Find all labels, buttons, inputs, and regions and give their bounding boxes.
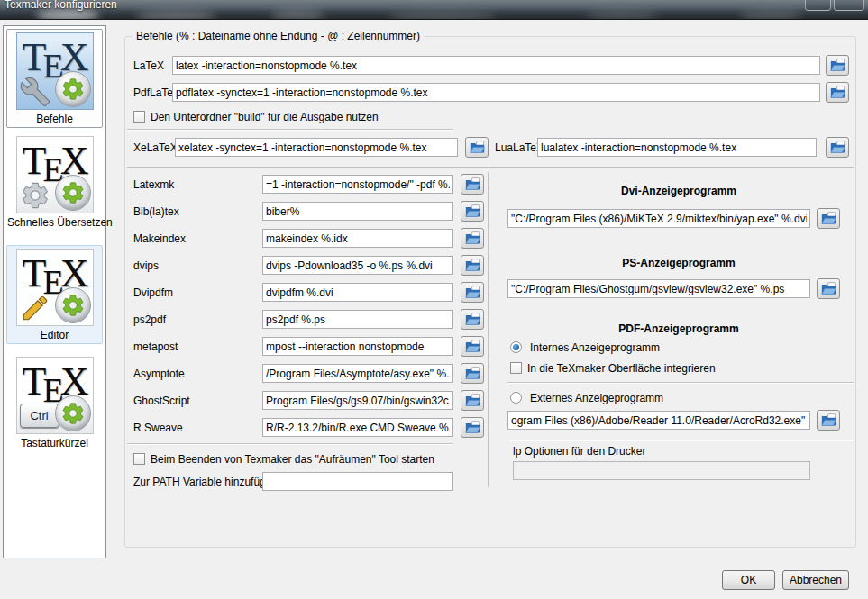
ps2pdf-input[interactable]	[262, 310, 453, 329]
folder-open-icon	[821, 212, 836, 225]
latexmk-label: Latexmk	[133, 178, 174, 191]
schnelles-tex-icon: TEX	[16, 136, 94, 213]
pencil-icon	[20, 293, 50, 323]
dvipdfm-browse-button[interactable]	[461, 282, 484, 303]
folder-open-icon	[465, 421, 480, 434]
dvipdfm-input[interactable]	[262, 283, 453, 302]
rsweave-browse-button[interactable]	[461, 417, 484, 438]
befehle-tex-icon: TEX	[16, 32, 94, 110]
internal-viewer-radio[interactable]	[510, 341, 522, 353]
separator	[488, 172, 489, 487]
ok-button[interactable]: OK	[722, 570, 775, 590]
lp-options-label: lp Optionen für den Drucker	[513, 445, 645, 458]
embed-viewer-label: In die TeXmaker Oberfläche integrieren	[527, 362, 716, 375]
ps2pdf-browse-button[interactable]	[461, 309, 484, 330]
editor-tex-icon: TEX	[16, 249, 94, 326]
titlebar[interactable]: Texmaker konfigurieren	[0, 0, 868, 20]
lualatex-label: LuaLaTeX	[495, 141, 544, 154]
help-button[interactable]	[805, 0, 831, 11]
ps2pdf-label: ps2pdf	[133, 313, 166, 326]
xelatex-browse-button[interactable]	[465, 137, 489, 158]
folder-open-icon	[465, 340, 480, 353]
rsweave-input[interactable]	[262, 418, 453, 437]
sidebar-item-label: Tastaturkürzel	[7, 437, 102, 449]
path-variable-input[interactable]	[262, 472, 453, 491]
ps-viewer-browse-button[interactable]	[817, 278, 840, 299]
latexmk-browse-button[interactable]	[461, 174, 484, 195]
makeindex-label: Makeindex	[133, 232, 186, 245]
latex-browse-button[interactable]	[826, 55, 849, 76]
sidebar-item-schnelles-uebersetzen[interactable]: TEX Schnelles Übersetzen	[6, 132, 103, 231]
makeindex-browse-button[interactable]	[461, 228, 484, 249]
folder-open-icon	[465, 177, 480, 191]
embed-viewer-checkbox[interactable]	[510, 362, 522, 374]
glass-reflection	[388, 12, 496, 20]
dvi-viewer-browse-button[interactable]	[817, 208, 840, 229]
cancel-button[interactable]: Abbrechen	[782, 570, 849, 590]
folder-open-icon	[821, 282, 836, 295]
dvips-input[interactable]	[262, 256, 453, 275]
close-button[interactable]	[834, 0, 864, 11]
pdflatex-input[interactable]	[172, 83, 820, 102]
metapost-label: metapost	[133, 340, 178, 353]
internal-viewer-label: Internes Anzeigeprogramm	[530, 341, 660, 354]
latexmk-input[interactable]	[262, 175, 453, 194]
external-viewer-input[interactable]	[507, 411, 810, 430]
folder-open-icon	[830, 141, 845, 154]
sidebar-item-editor[interactable]: TEX Editor	[6, 245, 103, 344]
cleanup-on-exit-label: Beim Beenden von Texmaker das "Aufräumen…	[151, 453, 434, 466]
green-gear-icon	[55, 287, 91, 323]
folder-open-icon	[465, 259, 480, 272]
ghostscript-browse-button[interactable]	[461, 390, 484, 411]
asymptote-label: Asymptote	[133, 368, 185, 380]
latex-input[interactable]	[172, 56, 820, 75]
folder-open-icon	[470, 141, 485, 154]
gear-icon	[20, 180, 50, 211]
ghostscript-label: GhostScript	[133, 395, 190, 407]
dvips-browse-button[interactable]	[461, 255, 484, 276]
external-viewer-radio[interactable]	[510, 392, 522, 404]
folder-open-icon	[821, 413, 836, 427]
rsweave-label: R Sweave	[133, 422, 183, 434]
ghostscript-input[interactable]	[262, 391, 453, 410]
biblatex-input[interactable]	[262, 202, 453, 221]
sidebar-item-label: Befehle	[7, 113, 102, 125]
metapost-input[interactable]	[262, 337, 453, 356]
folder-open-icon	[465, 313, 480, 326]
folder-open-icon	[830, 59, 845, 72]
separator	[510, 440, 854, 440]
glass-reflection	[135, 11, 216, 20]
dvi-viewer-input[interactable]	[507, 209, 810, 228]
lp-options-input	[513, 461, 810, 480]
biblatex-label: Bib(la)tex	[133, 205, 179, 218]
commands-groupbox: Befehle (% : Dateiname ohne Endung - @ :…	[124, 36, 856, 548]
tastaturkuerzel-tex-icon: TEX Ctrl	[16, 357, 94, 434]
ps-viewer-input[interactable]	[507, 279, 810, 298]
gear-icon	[60, 401, 86, 426]
groupbox-title: Befehle (% : Dateiname ohne Endung - @ :…	[132, 30, 424, 42]
folder-open-icon	[465, 231, 480, 245]
glass-reflection	[586, 11, 658, 20]
cleanup-on-exit-checkbox[interactable]	[133, 453, 145, 465]
biblatex-browse-button[interactable]	[461, 201, 484, 222]
xelatex-input[interactable]	[175, 138, 458, 157]
window-title: Texmaker konfigurieren	[5, 0, 117, 11]
lualatex-input[interactable]	[537, 138, 817, 157]
makeindex-input[interactable]	[262, 229, 453, 248]
glass-reflection	[270, 10, 324, 20]
asymptote-input[interactable]	[262, 364, 453, 383]
dvips-label: dvips	[133, 259, 159, 272]
folder-open-icon	[465, 394, 480, 407]
sidebar-item-tastaturkuerzel[interactable]: TEX Ctrl Tastaturkürzel	[6, 353, 103, 452]
asymptote-browse-button[interactable]	[461, 363, 484, 384]
sidebar-item-befehle[interactable]: TEX Befehle	[6, 29, 103, 128]
sidebar-item-label: Editor	[7, 329, 102, 341]
lualatex-browse-button[interactable]	[826, 137, 849, 158]
build-subfolder-checkbox[interactable]	[133, 111, 145, 123]
metapost-browse-button[interactable]	[461, 336, 484, 357]
folder-open-icon	[465, 204, 480, 218]
pdflatex-browse-button[interactable]	[826, 82, 849, 103]
green-gear-icon	[55, 395, 91, 431]
external-viewer-browse-button[interactable]	[817, 410, 840, 431]
pencil-icon	[20, 293, 50, 323]
